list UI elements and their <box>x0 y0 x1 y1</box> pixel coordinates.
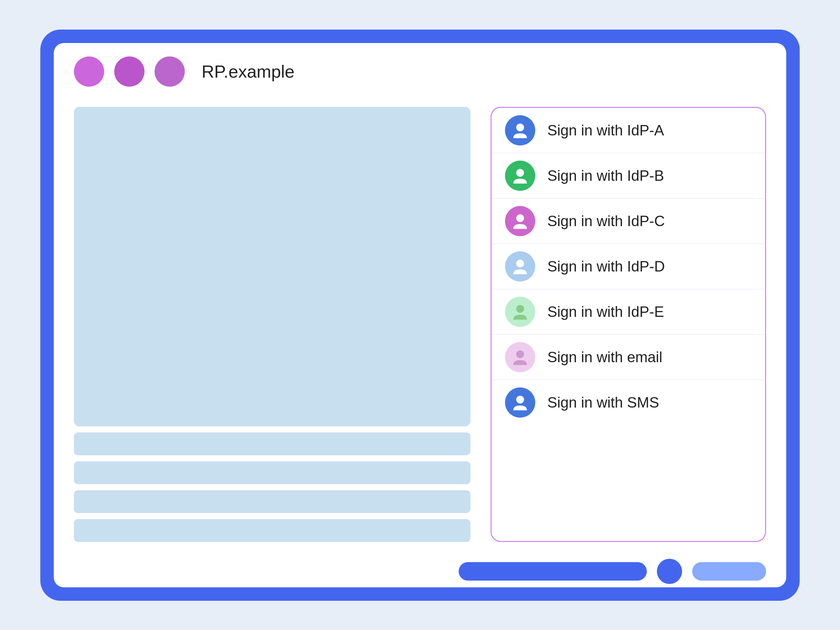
signin-label: Sign in with IdP-A <box>547 122 664 139</box>
browser-footer <box>54 552 786 587</box>
dot-1 <box>74 57 104 87</box>
footer-pill <box>692 562 766 581</box>
signin-item[interactable]: Sign in with SMS <box>491 380 765 425</box>
signin-item[interactable]: Sign in with IdP-D <box>491 244 765 289</box>
svg-point-4 <box>516 305 524 313</box>
left-row <box>74 433 471 455</box>
svg-point-0 <box>516 123 524 131</box>
signin-label: Sign in with IdP-C <box>547 213 665 229</box>
signin-label: Sign in with IdP-D <box>547 258 665 275</box>
browser-frame: RP.example Sign in with IdP-ASign in wit… <box>40 30 800 601</box>
browser-title: RP.example <box>202 62 295 82</box>
signin-label: Sign in with IdP-E <box>547 303 664 320</box>
browser-topbar: RP.example <box>54 43 786 100</box>
left-row <box>74 519 471 542</box>
browser-inner: RP.example Sign in with IdP-ASign in wit… <box>54 43 786 587</box>
dot-3 <box>155 57 185 87</box>
browser-content: Sign in with IdP-ASign in with IdP-BSign… <box>54 100 786 552</box>
svg-point-2 <box>516 214 524 222</box>
svg-point-6 <box>516 395 524 403</box>
avatar-icon <box>505 206 535 236</box>
avatar-icon <box>505 387 535 418</box>
left-row <box>74 490 471 513</box>
avatar-icon <box>505 161 535 191</box>
avatar-icon <box>505 115 535 145</box>
avatar-icon <box>505 297 535 327</box>
svg-point-5 <box>516 350 524 358</box>
signin-card: Sign in with IdP-ASign in with IdP-BSign… <box>491 107 766 542</box>
dot-2 <box>114 57 144 87</box>
right-panel: Sign in with IdP-ASign in with IdP-BSign… <box>491 107 766 542</box>
signin-label: Sign in with email <box>547 349 662 366</box>
left-row <box>74 461 471 484</box>
signin-item[interactable]: Sign in with IdP-E <box>491 289 765 335</box>
signin-item[interactable]: Sign in with IdP-A <box>491 108 765 153</box>
avatar-icon <box>505 342 535 372</box>
svg-point-3 <box>516 259 524 267</box>
left-panel <box>74 107 471 542</box>
signin-item[interactable]: Sign in with email <box>491 335 765 380</box>
signin-item[interactable]: Sign in with IdP-B <box>491 153 765 199</box>
svg-point-1 <box>516 169 524 177</box>
signin-item[interactable]: Sign in with IdP-C <box>491 199 765 244</box>
signin-label: Sign in with IdP-B <box>547 167 664 184</box>
left-main-block <box>74 107 471 426</box>
footer-bar <box>459 562 647 581</box>
avatar-icon <box>505 251 535 281</box>
footer-dot <box>657 559 682 584</box>
signin-label: Sign in with SMS <box>547 394 659 411</box>
